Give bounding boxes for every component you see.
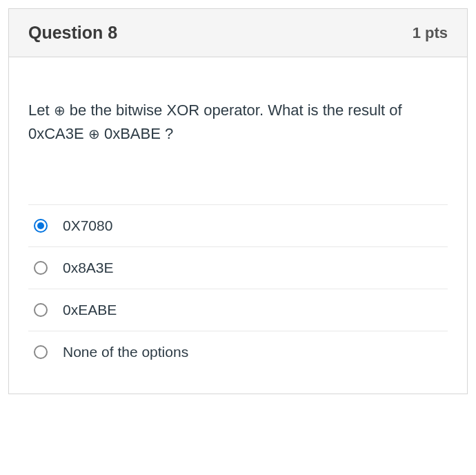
radio-button[interactable] <box>34 303 48 317</box>
option-item[interactable]: 0X7080 <box>28 205 448 247</box>
question-prompt: Let ⊕ be the bitwise XOR operator. What … <box>28 99 448 146</box>
option-label: 0x8A3E <box>63 260 114 276</box>
prompt-tail: 0xBABE ? <box>100 125 173 142</box>
xor-icon: ⊕ <box>54 103 66 118</box>
question-body: Let ⊕ be the bitwise XOR operator. What … <box>9 57 467 394</box>
xor-icon: ⊕ <box>88 126 100 142</box>
radio-button[interactable] <box>34 219 48 233</box>
radio-button[interactable] <box>34 345 48 359</box>
prompt-pre: Let <box>28 101 54 119</box>
option-label: None of the options <box>63 344 188 360</box>
option-item[interactable]: 0xEABE <box>28 289 448 331</box>
question-title: Question 8 <box>28 23 117 43</box>
option-label: 0xEABE <box>63 302 117 318</box>
option-item[interactable]: 0x8A3E <box>28 247 448 289</box>
option-item[interactable]: None of the options <box>28 331 448 373</box>
question-header: Question 8 1 pts <box>9 9 467 57</box>
question-points: 1 pts <box>413 24 448 42</box>
radio-button[interactable] <box>34 261 48 275</box>
options-list: 0X7080 0x8A3E 0xEABE None of the options <box>28 204 448 373</box>
option-label: 0X7080 <box>63 217 112 234</box>
prompt-post: be the bitwise XOR operator. What is the… <box>28 101 402 142</box>
question-card: Question 8 1 pts Let ⊕ be the bitwise XO… <box>8 8 468 394</box>
